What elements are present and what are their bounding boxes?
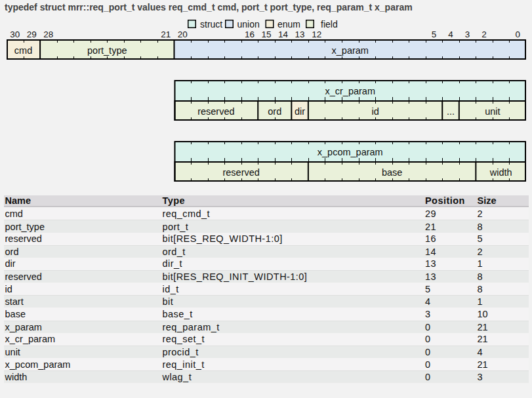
svg-text:13: 13: [295, 30, 305, 39]
svg-text:struct: struct: [200, 19, 222, 30]
svg-text:id: id: [371, 106, 379, 117]
svg-text:20: 20: [178, 30, 188, 39]
svg-text:ord: ord: [268, 106, 281, 117]
svg-text:30: 30: [10, 30, 20, 39]
svg-text:port_type: port_type: [87, 45, 127, 56]
svg-text:union: union: [237, 19, 260, 30]
svg-text:2: 2: [481, 30, 487, 39]
svg-text:base: base: [382, 167, 402, 178]
svg-text:16: 16: [245, 30, 255, 39]
svg-text:5: 5: [432, 30, 437, 39]
svg-text:reserved: reserved: [197, 106, 234, 117]
svg-text:4: 4: [448, 30, 453, 39]
svg-text:3: 3: [465, 30, 470, 39]
svg-text:enum: enum: [277, 19, 300, 30]
svg-text:dir: dir: [295, 106, 305, 117]
svg-text:cmd: cmd: [14, 45, 32, 56]
svg-text:field: field: [321, 19, 338, 30]
svg-text:unit: unit: [485, 106, 500, 117]
svg-text:29: 29: [27, 30, 37, 39]
svg-text:14: 14: [278, 30, 289, 39]
svg-text:28: 28: [43, 30, 53, 39]
svg-text:21: 21: [161, 30, 171, 39]
svg-text:width: width: [489, 167, 512, 178]
svg-text:reserved: reserved: [222, 167, 259, 178]
svg-text:x_pcom_param: x_pcom_param: [317, 147, 383, 157]
svg-text:0: 0: [515, 30, 520, 39]
svg-text:x_cr_param: x_cr_param: [325, 86, 375, 96]
svg-text:...: ...: [447, 106, 455, 117]
svg-text:12: 12: [312, 30, 321, 39]
svg-text:x_param: x_param: [332, 45, 369, 56]
svg-text:15: 15: [261, 30, 271, 39]
